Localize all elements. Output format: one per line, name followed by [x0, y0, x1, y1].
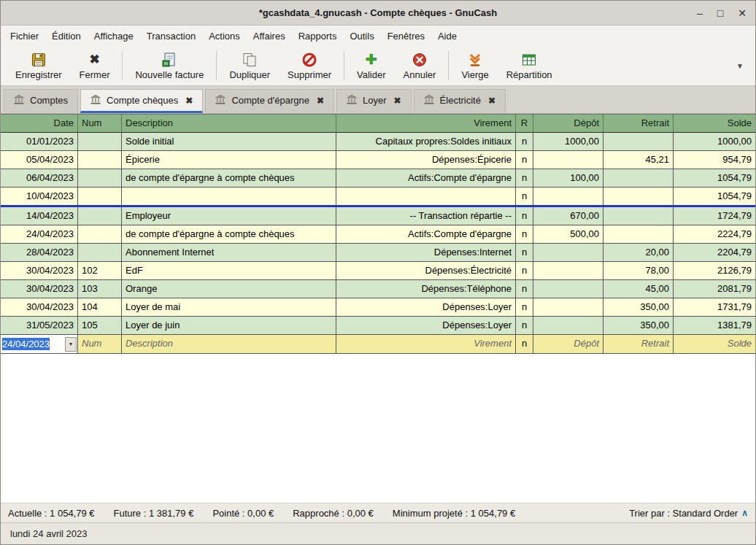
- cell-balance[interactable]: 2081,79: [674, 280, 755, 298]
- cell-date[interactable]: 01/01/2023: [1, 133, 78, 150]
- cell-balance[interactable]: 1054,79: [674, 169, 755, 187]
- cell-withdrawal[interactable]: 78,00: [603, 262, 674, 279]
- toolbar-overflow-button[interactable]: ▼: [730, 62, 749, 70]
- register-row[interactable]: 28/04/2023Abonnement InternetDépenses:In…: [1, 244, 755, 262]
- cell-date[interactable]: 30/04/2023: [1, 280, 78, 298]
- new-invoice-button[interactable]: Nouvelle facture: [126, 50, 212, 82]
- cell-description[interactable]: Loyer de mai: [122, 298, 336, 316]
- tab-close-icon[interactable]: ✖: [185, 96, 193, 106]
- cell-deposit[interactable]: [533, 262, 603, 279]
- cell-withdrawal[interactable]: [603, 225, 674, 243]
- cell-deposit[interactable]: 670,00: [533, 207, 603, 225]
- cell-balance[interactable]: 1724,79: [674, 207, 755, 225]
- cell-r[interactable]: n: [516, 207, 533, 225]
- cell-withdrawal[interactable]: [603, 188, 674, 205]
- date-editor[interactable]: 24/04/2023 ▾: [1, 335, 78, 353]
- register-row[interactable]: 30/04/2023104Loyer de maiDépenses:Loyern…: [1, 298, 755, 317]
- cell-r[interactable]: n: [516, 280, 533, 298]
- close-tab-button[interactable]: ✖ Fermer: [71, 50, 119, 82]
- menu-item-edition[interactable]: Édition: [45, 27, 88, 45]
- register-row[interactable]: 10/04/2023n1054,79: [1, 188, 755, 207]
- close-button[interactable]: ✕: [738, 8, 747, 18]
- cell-withdrawal[interactable]: 350,00: [603, 298, 674, 316]
- cell-description[interactable]: Solde initial: [122, 133, 336, 150]
- cell-balance[interactable]: 1000,00: [674, 133, 755, 150]
- edit-cell-solde[interactable]: Solde: [674, 335, 755, 353]
- cell-num[interactable]: 104: [78, 298, 122, 316]
- column-header-description[interactable]: Description: [122, 115, 336, 132]
- cell-description[interactable]: Employeur: [122, 207, 336, 225]
- date-input[interactable]: 24/04/2023: [2, 338, 50, 350]
- tab-close-icon[interactable]: ✖: [394, 96, 401, 106]
- cell-deposit[interactable]: 500,00: [533, 225, 603, 243]
- cell-balance[interactable]: 2126,79: [674, 262, 755, 279]
- delete-button[interactable]: Supprimer: [279, 50, 340, 82]
- cell-transfer[interactable]: Dépenses:Téléphone: [336, 280, 516, 298]
- maximize-button[interactable]: □: [717, 8, 723, 18]
- menu-item-actions[interactable]: Actions: [202, 27, 247, 45]
- register-row[interactable]: 30/04/2023103OrangeDépenses:Téléphonen45…: [1, 280, 755, 298]
- cell-date[interactable]: 28/04/2023: [1, 244, 78, 261]
- menu-item-aide[interactable]: Aide: [431, 27, 463, 45]
- cell-num[interactable]: [78, 225, 122, 243]
- cell-description[interactable]: Orange: [122, 280, 336, 298]
- column-header-r[interactable]: R: [516, 115, 533, 132]
- cell-num[interactable]: [78, 151, 122, 169]
- cell-num[interactable]: 103: [78, 280, 122, 298]
- register-row[interactable]: 06/04/2023de compte d'épargne à compte c…: [1, 169, 755, 188]
- cell-num[interactable]: [78, 188, 122, 205]
- cell-r[interactable]: n: [516, 151, 533, 169]
- register-edit-row[interactable]: 24/04/2023 ▾ Num Description Virement n …: [1, 335, 755, 354]
- cell-balance[interactable]: 1731,79: [674, 298, 755, 316]
- column-header-depot[interactable]: Dépôt: [533, 115, 603, 132]
- column-header-num[interactable]: Num: [78, 115, 122, 132]
- cell-transfer[interactable]: Dépenses:Loyer: [336, 298, 516, 316]
- register-row[interactable]: 01/01/2023Solde initialCapitaux propres:…: [1, 133, 755, 151]
- cell-r[interactable]: n: [516, 244, 533, 261]
- cell-transfer[interactable]: Dépenses:Épicerie: [336, 151, 516, 169]
- cell-deposit[interactable]: [533, 298, 603, 316]
- cell-num[interactable]: [78, 207, 122, 225]
- cell-num[interactable]: 102: [78, 262, 122, 279]
- cell-deposit[interactable]: 1000,00: [533, 133, 603, 150]
- cell-balance[interactable]: 2224,79: [674, 225, 755, 243]
- menu-item-affaires[interactable]: Affaires: [247, 27, 292, 45]
- cell-description[interactable]: de compte d'épargne à compte chèques: [122, 225, 336, 243]
- cell-balance[interactable]: 2204,79: [674, 244, 755, 261]
- cell-transfer[interactable]: -- Transaction répartie --: [336, 207, 516, 225]
- tab-electricite[interactable]: Électricité ✖: [414, 89, 506, 113]
- tab-compte-epargne[interactable]: Compte d'épargne ✖: [205, 89, 334, 113]
- split-button[interactable]: Répartition: [498, 50, 561, 82]
- minimize-button[interactable]: –: [697, 8, 703, 18]
- cell-date[interactable]: 30/04/2023: [1, 262, 78, 279]
- cell-balance[interactable]: 954,79: [674, 151, 755, 169]
- menu-item-transaction[interactable]: Transaction: [140, 27, 202, 45]
- cell-balance[interactable]: 1054,79: [674, 188, 755, 205]
- cell-deposit[interactable]: [533, 188, 603, 205]
- cell-description[interactable]: Abonnement Internet: [122, 244, 336, 261]
- cell-deposit[interactable]: [533, 151, 603, 169]
- cell-r[interactable]: n: [516, 225, 533, 243]
- column-header-retrait[interactable]: Retrait: [603, 115, 674, 132]
- cell-transfer[interactable]: Actifs:Compte d'épargne: [336, 225, 516, 243]
- register-row[interactable]: 14/04/2023Employeur-- Transaction répart…: [1, 207, 755, 225]
- duplicate-button[interactable]: Dupliquer: [220, 50, 279, 82]
- sort-control[interactable]: Trier par : Standard Order ∧: [629, 508, 748, 519]
- cell-transfer[interactable]: Dépenses:Électricité: [336, 262, 516, 279]
- cell-r[interactable]: n: [516, 188, 533, 205]
- tab-comptes[interactable]: Comptes: [4, 89, 78, 113]
- cell-r[interactable]: n: [516, 317, 533, 334]
- cell-balance[interactable]: 1381,79: [674, 317, 755, 334]
- cell-date[interactable]: 30/04/2023: [1, 298, 78, 316]
- menu-item-outils[interactable]: Outils: [343, 27, 380, 45]
- cell-withdrawal[interactable]: 45,21: [603, 151, 674, 169]
- column-header-date[interactable]: Date: [1, 115, 78, 132]
- cell-withdrawal[interactable]: [603, 133, 674, 150]
- cell-date[interactable]: 14/04/2023: [1, 207, 78, 225]
- cell-num[interactable]: [78, 169, 122, 187]
- cell-transfer[interactable]: Actifs:Compte d'épargne: [336, 169, 516, 187]
- cell-transfer[interactable]: Capitaux propres:Soldes initiaux: [336, 133, 516, 150]
- tab-loyer[interactable]: Loyer ✖: [336, 89, 412, 113]
- cell-num[interactable]: 105: [78, 317, 122, 334]
- menu-item-affichage[interactable]: Affichage: [88, 27, 140, 45]
